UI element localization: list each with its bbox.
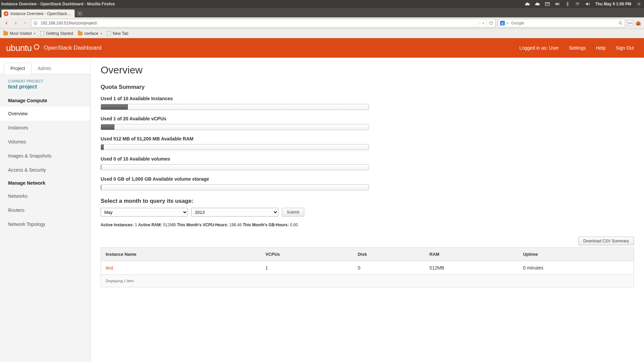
system-clock[interactable]: Thu May 9 1:00 PM <box>595 2 632 6</box>
cell-ram: 512MB <box>425 261 518 275</box>
sidebar-item-networks[interactable]: Networks <box>0 189 90 203</box>
bookmark-new-tab[interactable]: New Tab <box>107 31 128 36</box>
svg-point-4 <box>638 3 640 5</box>
cloud-sync-icon[interactable] <box>524 1 530 7</box>
page-icon <box>107 31 111 36</box>
quota-instances: Used 1 of 10 Available Instances <box>101 96 634 110</box>
bookmark-label: ceeface <box>84 31 98 36</box>
bluetooth-icon[interactable] <box>565 1 571 7</box>
tab-project[interactable]: Project <box>4 63 32 74</box>
sidebar-item-overview[interactable]: Overview <box>0 107 90 121</box>
sidebar-item-instances[interactable]: Instances <box>0 121 90 135</box>
help-link[interactable]: Help <box>596 45 606 51</box>
quota-vcpus: Used 1 of 20 Available vCPUs <box>101 116 634 130</box>
brand-circle-icon <box>34 44 39 50</box>
section-manage-compute: Manage Compute <box>0 95 90 107</box>
month-select[interactable]: May <box>101 208 188 217</box>
month-query-title: Select a month to query its usage: <box>101 198 634 204</box>
openstack-header: ubuntu OpenStack Dashboard Logged in as:… <box>0 38 644 58</box>
usage-table: Instance Name VCPUs Disk RAM Uptime test… <box>101 247 634 287</box>
sidebar-item-volumes[interactable]: Volumes <box>0 135 90 149</box>
instance-name-link[interactable]: test <box>106 265 113 270</box>
quota-progress <box>101 144 369 150</box>
stat-value: 198.46 <box>229 223 242 227</box>
stat-value: 1 <box>135 223 137 227</box>
bookmark-most-visited[interactable]: Most Visited▾ <box>3 31 36 36</box>
search-icon[interactable] <box>618 21 623 25</box>
quota-progress <box>101 164 369 170</box>
ubuntu-favicon-icon: ◔ <box>4 11 8 16</box>
th-vcpus[interactable]: VCPUs <box>261 248 353 261</box>
current-project-label: CURRENT PROJECT <box>0 79 90 83</box>
th-ram[interactable]: RAM <box>425 248 518 261</box>
svg-rect-1 <box>559 4 559 5</box>
window-title: Instance Overview - OpenStack Dashboard … <box>1 2 115 6</box>
nav-back-button[interactable] <box>3 19 10 27</box>
settings-link[interactable]: Settings <box>569 45 586 51</box>
cell-vcpus: 1 <box>261 261 353 275</box>
current-project-name[interactable]: test project <box>0 83 90 95</box>
quota-progress <box>101 104 369 110</box>
cloud-icon[interactable] <box>534 1 540 7</box>
url-input[interactable] <box>40 20 475 26</box>
brand-text: ubuntu <box>6 43 32 53</box>
logged-in-user[interactable]: Logged in as: User <box>520 45 559 51</box>
battery-icon[interactable] <box>554 1 560 7</box>
th-instance-name[interactable]: Instance Name <box>101 248 261 261</box>
usage-stats: Active Instances: 1 Active RAM: 512MB Th… <box>101 223 634 227</box>
section-manage-network: Manage Network <box>0 177 90 189</box>
bookmark-getting-started[interactable]: Getting Started <box>40 31 73 36</box>
sidebar-item-routers[interactable]: Routers <box>0 203 90 217</box>
sidebar-item-topology[interactable]: Network Topology <box>0 217 90 231</box>
stat-label: Active RAM: <box>138 223 162 227</box>
address-bar[interactable]: ☆ ▾ <box>31 19 496 27</box>
search-bar[interactable]: g ▾ <box>498 19 625 27</box>
bookmark-label: New Tab <box>113 31 128 36</box>
globe-icon <box>33 21 38 25</box>
ubuntu-logo[interactable]: ubuntu <box>6 43 39 53</box>
stat-label: Active Instances: <box>101 223 134 227</box>
page-icon <box>40 31 44 36</box>
page-title: Overview <box>101 64 634 76</box>
th-disk[interactable]: Disk <box>353 248 425 261</box>
bookmark-star-icon[interactable]: ☆ <box>477 21 481 26</box>
table-row[interactable]: test 1 0 512MB 0 minutes <box>101 261 634 275</box>
stat-label: This Month's VCPU-Hours: <box>177 223 228 227</box>
quota-progress-fill <box>101 165 101 170</box>
new-tab-button[interactable]: + <box>76 10 84 17</box>
submit-button[interactable]: Submit <box>282 208 304 217</box>
home-button[interactable] <box>635 20 641 26</box>
quota-volumes: Used 0 of 10 Available volumes <box>101 156 634 170</box>
quota-label: Used 0 GB of 1,000 GB Available volume s… <box>101 176 634 182</box>
quota-progress-fill <box>101 104 128 110</box>
google-engine-icon[interactable]: g <box>500 21 505 25</box>
sync-badge[interactable]: 9m <box>627 20 633 26</box>
session-gear-icon[interactable] <box>636 1 642 7</box>
quota-progress-fill <box>101 124 114 130</box>
bookmark-label: Most Visited <box>10 31 32 36</box>
stat-label: This Month's GB-Hours: <box>243 223 289 227</box>
quota-storage: Used 0 GB of 1,000 GB Available volume s… <box>101 176 634 190</box>
search-input[interactable] <box>511 20 616 26</box>
bookmark-ceeface[interactable]: ceeface▾ <box>78 31 102 36</box>
bookmarks-bar: Most Visited▾ Getting Started ceeface▾ N… <box>0 29 644 38</box>
volume-icon[interactable] <box>585 1 591 7</box>
year-select[interactable]: 2013 <box>191 208 278 217</box>
nav-dropdown-button[interactable] <box>21 19 29 27</box>
tab-admin[interactable]: Admin <box>32 63 58 74</box>
download-csv-button[interactable]: Download CSV Summary <box>578 237 634 245</box>
sign-out-link[interactable]: Sign Out <box>616 45 634 51</box>
mail-icon[interactable] <box>544 1 550 7</box>
sidebar-item-access[interactable]: Access & Security <box>0 163 90 177</box>
quota-label: Used 0 of 10 Available volumes <box>101 156 634 162</box>
stat-value: 0.00 <box>290 223 298 227</box>
quota-label: Used 1 of 20 Available vCPUs <box>101 116 634 121</box>
svg-point-3 <box>577 5 578 6</box>
browser-tab[interactable]: ◔ Instance Overview - OpenStack… <box>1 9 75 17</box>
sidebar-item-images[interactable]: Images & Snapshots <box>0 149 90 163</box>
main-content: Overview Quota Summary Used 1 of 10 Avai… <box>91 58 644 362</box>
wifi-icon[interactable] <box>575 1 581 7</box>
reload-icon[interactable] <box>489 21 493 25</box>
th-uptime[interactable]: Uptime <box>518 248 634 261</box>
cell-disk: 0 <box>353 261 425 275</box>
